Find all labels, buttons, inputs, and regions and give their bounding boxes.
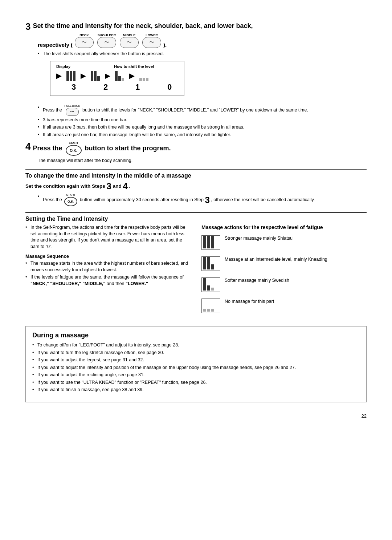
during-bullet-1: If you want to turn the leg stretch mass…	[32, 350, 360, 356]
level-diagram: Display How to shift the level ▶ ▶	[50, 61, 184, 96]
step4-title: Press the START O.K. button to start the…	[33, 142, 171, 156]
neck-button-group: NECK 〜	[75, 33, 94, 48]
li2-b3	[211, 264, 214, 269]
neck-label: NECK	[79, 33, 89, 37]
during-bullet-0: To change off/on for "LEG/FOOT" and adju…	[32, 342, 360, 349]
bar-icon-0	[139, 71, 148, 81]
level-icon-1	[201, 277, 220, 292]
setting-left-bullet-0: In the Self-Program, the actions and tim…	[25, 224, 191, 250]
level-icon-2	[201, 256, 220, 271]
fullback-button[interactable]: 〜	[66, 108, 79, 116]
shoulder-button-group: SHOULDER 〜	[97, 33, 116, 48]
and-text: and	[113, 183, 122, 189]
during-bullet-6: If you want to finish a massage, see pag…	[32, 387, 360, 393]
change-bullet: Press the START O.K. button within appro…	[38, 194, 367, 206]
level-diagram-wrap: Display How to shift the level ▶ ▶	[38, 61, 367, 100]
level-row-1: Softer massage mainly Swedish	[201, 277, 367, 292]
step3-title: Set the time and intensity for the neck,…	[33, 22, 253, 30]
bar-icon-2	[91, 71, 100, 81]
lower-button[interactable]: 〜	[142, 37, 161, 48]
bar-3-1	[66, 71, 69, 81]
change-section: To change the time and intensity in the …	[25, 172, 367, 206]
bar-2-1	[91, 71, 93, 81]
bullet-1bar: If all areas are just one bar, then mass…	[38, 132, 367, 138]
setting-section-title: Setting the Time and Intensity	[25, 216, 367, 222]
start-label: START	[69, 142, 78, 145]
change-start-ok-button[interactable]: O.K.	[64, 197, 77, 206]
change-start-btn-wrap: START O.K.	[64, 194, 77, 206]
steps-ref: Set the condition again with Steps 3 and…	[25, 181, 367, 191]
li0-b3	[211, 309, 214, 312]
shoulder-label: SHOULDER	[98, 33, 116, 37]
level-2-desc: Massage at an intermediate level, mainly…	[225, 256, 327, 263]
change-bullets: Press the START O.K. button within appro…	[38, 194, 367, 206]
during-bullet-2: If you want to adjust the legrest, see p…	[32, 357, 360, 364]
diagram-num-3: 3	[66, 82, 81, 92]
middle-button[interactable]: 〜	[120, 37, 139, 48]
steps-ref-pre: Set the condition again with Steps	[25, 183, 105, 189]
period: .	[129, 183, 131, 189]
change-section-title: To change the time and intensity in the …	[25, 172, 367, 179]
respectively-close: ).	[163, 42, 167, 48]
step3-big-ref: 3	[107, 181, 111, 191]
fullback-icon: 〜	[70, 109, 74, 114]
step3-number: 3	[25, 22, 30, 31]
arrow-icon-1: ▶	[81, 72, 86, 80]
li1-b1	[203, 278, 206, 291]
level-3-desc: Stronger massage mainly Shiatsu	[225, 235, 293, 242]
bar-1-3	[122, 78, 124, 81]
li3-b2	[207, 236, 210, 248]
li2-b1	[203, 257, 206, 269]
during-bullets: To change off/on for "LEG/FOOT" and adju…	[32, 342, 360, 393]
bar-0-1	[139, 78, 142, 81]
start-ok-button[interactable]: O.K.	[66, 145, 82, 156]
during-title: During a massage	[32, 332, 360, 339]
li3-b1	[203, 236, 206, 248]
li2-b2	[207, 257, 210, 269]
bullet-all3bars: If all areas are 3 bars, then both time …	[38, 124, 367, 131]
how-to-label: How to shift the level	[114, 64, 154, 69]
respectively-label: respectively (	[38, 42, 73, 48]
li1-b2	[207, 285, 210, 291]
sequence-bullet-0: The massage starts in the area with the …	[25, 260, 191, 273]
bullet-fullback: Press the FULL BACK 〜 button to shift th…	[38, 105, 367, 116]
bar-0-3	[146, 78, 148, 81]
bar-icon-1	[115, 71, 124, 81]
diagram-num-2: 2	[98, 82, 113, 92]
change-ok-label: O.K.	[68, 199, 74, 204]
bar-3-3	[73, 71, 75, 81]
neck-button[interactable]: 〜	[75, 37, 94, 48]
setting-left-bullets: In the Self-Program, the actions and tim…	[25, 224, 191, 250]
step4-big-ref: 4	[123, 181, 127, 191]
ok-label: O.K.	[70, 148, 77, 153]
diagram-numbers-row: 3 2 1 0	[66, 82, 177, 92]
li0-b1	[203, 309, 206, 312]
level-icon-3	[201, 235, 220, 250]
sequence-bullets: The massage starts in the area with the …	[25, 260, 191, 287]
sequence-bullet-1: If the levels of fatigue are the same, t…	[25, 274, 191, 287]
level-row-3: Stronger massage mainly Shiatsu	[201, 235, 367, 250]
lower-button-group: LOWER 〜	[142, 33, 161, 48]
level-note-list: The level shifts sequentially whenever t…	[38, 51, 367, 57]
change-section-divider	[25, 169, 367, 170]
diagram-num-0: 0	[162, 82, 177, 92]
setting-section: Setting the Time and Intensity In the Se…	[25, 216, 367, 320]
during-section: During a massage To change off/on for "L…	[25, 326, 367, 402]
step3-bullets: Press the FULL BACK 〜 button to shift th…	[38, 105, 367, 138]
start-ok-btn-wrap: START O.K.	[66, 142, 82, 156]
level-row-2: Massage at an intermediate level, mainly…	[201, 256, 367, 271]
page-number: 22	[25, 413, 367, 419]
level-1-desc: Softer massage mainly Swedish	[225, 277, 289, 284]
bar-icon-3	[66, 71, 75, 81]
setting-right-col: Massage actions for the respective level…	[201, 224, 367, 320]
li1-b3	[211, 288, 214, 291]
lower-label: LOWER	[146, 33, 158, 37]
level-note: The level shifts sequentially whenever t…	[38, 51, 367, 57]
shoulder-button[interactable]: 〜	[97, 37, 116, 48]
lower-wave-icon: 〜	[149, 39, 154, 46]
buttons-area: respectively ( NECK 〜 SHOULDER 〜	[38, 33, 367, 48]
arrow-icon-3: ▶	[129, 72, 134, 80]
middle-button-group: MIDDLE 〜	[120, 33, 139, 48]
arrow-icon-0: ▶	[56, 72, 61, 80]
right-title: Massage actions for the respective level…	[201, 224, 367, 230]
